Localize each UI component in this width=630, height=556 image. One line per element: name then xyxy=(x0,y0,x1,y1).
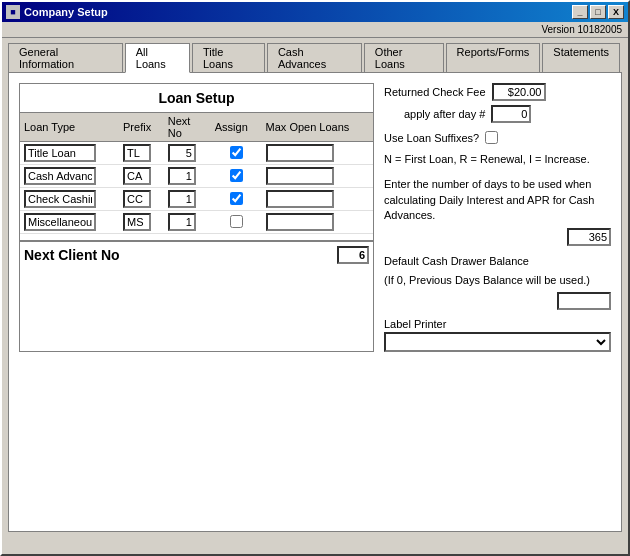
tab-otherloans[interactable]: Other Loans xyxy=(364,43,444,73)
tab-cashadvances[interactable]: Cash Advances xyxy=(267,43,362,73)
version-text: Version 10182005 xyxy=(541,24,622,35)
close-button[interactable]: X xyxy=(608,5,624,19)
loan-nextno-0[interactable] xyxy=(168,144,196,162)
tab-titleloans[interactable]: Title Loans xyxy=(192,43,265,73)
returned-check-fee-input[interactable] xyxy=(492,83,546,101)
days-input[interactable] xyxy=(567,228,611,246)
window-title: Company Setup xyxy=(24,6,108,18)
col-header-prefix: Prefix xyxy=(119,113,164,142)
loan-type-3[interactable] xyxy=(24,213,96,231)
table-row xyxy=(20,188,373,211)
apply-after-day-row: apply after day # xyxy=(404,105,611,123)
loan-maxopen-3[interactable] xyxy=(266,213,334,231)
minimize-button[interactable]: _ xyxy=(572,5,588,19)
tab-allloans[interactable]: All Loans xyxy=(125,43,190,73)
loan-prefix-1[interactable] xyxy=(123,167,151,185)
loan-assign-1[interactable] xyxy=(230,169,243,182)
table-row xyxy=(20,165,373,188)
loan-assign-2[interactable] xyxy=(230,192,243,205)
content-area: Loan Setup Loan Type Prefix Next No Assi… xyxy=(19,83,611,352)
loan-type-1[interactable] xyxy=(24,167,96,185)
version-bar: Version 10182005 xyxy=(2,22,628,38)
table-row xyxy=(20,142,373,165)
loan-assign-0[interactable] xyxy=(230,146,243,159)
col-header-type: Loan Type xyxy=(20,113,119,142)
label-printer-label: Label Printer xyxy=(384,318,611,330)
returned-check-fee-row: Returned Check Fee xyxy=(384,83,611,101)
tabs-row: General Information All Loans Title Loan… xyxy=(2,38,628,72)
days-description: Enter the number of days to be used when… xyxy=(384,177,611,223)
default-cash-drawer-label: Default Cash Drawer Balance xyxy=(384,254,611,269)
next-client-value[interactable] xyxy=(337,246,369,264)
apply-after-day-label: apply after day # xyxy=(404,108,485,120)
use-loan-suffixes-label: Use Loan Suffixes? xyxy=(384,132,479,144)
loan-maxopen-2[interactable] xyxy=(266,190,334,208)
loan-nextno-1[interactable] xyxy=(168,167,196,185)
loan-type-2[interactable] xyxy=(24,190,96,208)
loan-maxopen-0[interactable] xyxy=(266,144,334,162)
tab-general[interactable]: General Information xyxy=(8,43,123,73)
loan-assign-3[interactable] xyxy=(230,215,243,228)
suffix-note: N = First Loan, R = Renewal, I = Increas… xyxy=(384,152,611,167)
loan-nextno-3[interactable] xyxy=(168,213,196,231)
apply-after-day-input[interactable] xyxy=(491,105,531,123)
loan-maxopen-1[interactable] xyxy=(266,167,334,185)
maximize-button[interactable]: □ xyxy=(590,5,606,19)
col-header-assign: Assign xyxy=(211,113,262,142)
main-window: ■ Company Setup _ □ X Version 10182005 G… xyxy=(0,0,630,556)
loan-table: Loan Type Prefix Next No Assign Max Open… xyxy=(20,113,373,234)
returned-check-fee-label: Returned Check Fee xyxy=(384,86,486,98)
col-header-nextno: Next No xyxy=(164,113,211,142)
loan-setup-title: Loan Setup xyxy=(20,84,373,113)
use-loan-suffixes-row: Use Loan Suffixes? xyxy=(384,131,611,144)
table-row xyxy=(20,211,373,234)
default-cash-drawer-note: (If 0, Previous Days Balance will be use… xyxy=(384,273,611,288)
default-cash-drawer-input[interactable] xyxy=(557,292,611,310)
next-client-row: Next Client No xyxy=(20,240,373,268)
loan-prefix-0[interactable] xyxy=(123,144,151,162)
title-bar-controls: _ □ X xyxy=(572,5,624,19)
next-client-label: Next Client No xyxy=(24,247,337,263)
label-printer-select[interactable] xyxy=(384,332,611,352)
app-icon: ■ xyxy=(6,5,20,19)
tab-content: Loan Setup Loan Type Prefix Next No Assi… xyxy=(8,72,622,532)
right-panel: Returned Check Fee apply after day # Use… xyxy=(384,83,611,352)
loan-prefix-3[interactable] xyxy=(123,213,151,231)
loan-prefix-2[interactable] xyxy=(123,190,151,208)
use-loan-suffixes-checkbox[interactable] xyxy=(485,131,498,144)
loan-setup-panel: Loan Setup Loan Type Prefix Next No Assi… xyxy=(19,83,374,352)
title-bar: ■ Company Setup _ □ X xyxy=(2,2,628,22)
loan-type-0[interactable] xyxy=(24,144,96,162)
tab-reportsforms[interactable]: Reports/Forms xyxy=(446,43,541,73)
label-printer-section: Label Printer xyxy=(384,318,611,352)
col-header-maxopen: Max Open Loans xyxy=(262,113,373,142)
loan-nextno-2[interactable] xyxy=(168,190,196,208)
tab-statements[interactable]: Statements xyxy=(542,43,620,73)
